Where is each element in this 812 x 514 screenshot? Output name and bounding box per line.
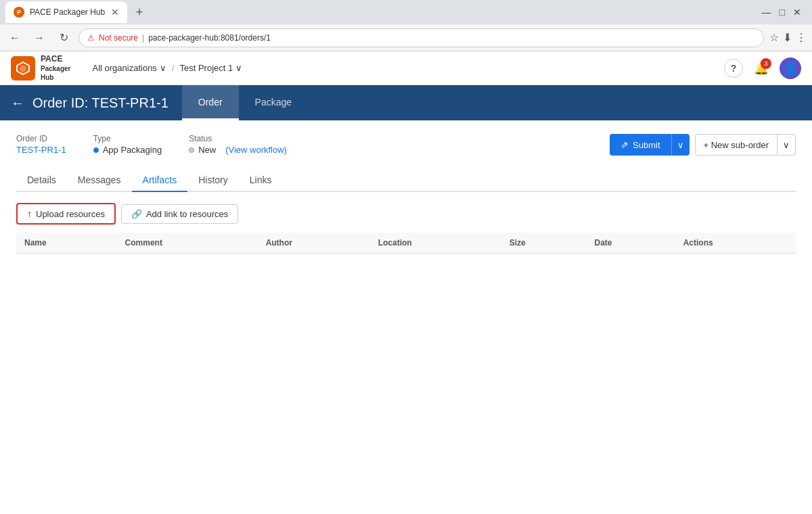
bookmark-icon[interactable]: ☆	[769, 31, 779, 44]
artifacts-toolbar: ↑ Upload resources 🔗 Add link to resourc…	[16, 203, 796, 225]
order-id-field: Order ID TEST-PR1-1	[16, 134, 66, 155]
tab-history[interactable]: History	[187, 169, 239, 192]
tab-links[interactable]: Links	[239, 169, 283, 192]
upload-resources-label: Upload resources	[36, 209, 105, 219]
type-label: Type	[93, 134, 162, 143]
tab-close-icon[interactable]: ✕	[111, 7, 119, 18]
app-nav: All organizations ∨ / Test Project 1 ∨	[92, 63, 242, 73]
browser-tab[interactable]: P PACE Packager Hub ✕	[5, 1, 127, 23]
col-location: Location	[370, 233, 501, 254]
nav-separator: /	[172, 63, 175, 73]
order-id-value: TEST-PR1-1	[16, 145, 66, 155]
order-meta: Order ID TEST-PR1-1 Type App Packaging S…	[16, 134, 796, 156]
notification-button[interactable]: 🔔 3	[754, 61, 769, 76]
tab-details[interactable]: Details	[16, 169, 67, 192]
logo-text: PACE Packager Hub	[41, 54, 70, 83]
org-selector[interactable]: All organizations ∨	[92, 63, 166, 73]
app-logo: PACE Packager Hub	[11, 54, 70, 83]
upload-resources-button[interactable]: ↑ Upload resources	[16, 203, 116, 225]
status-dot	[189, 147, 194, 153]
app-content: PACE Packager Hub All organizations ∨ / …	[0, 51, 812, 514]
tab-title: PACE Packager Hub	[30, 7, 106, 17]
tab-favicon: P	[14, 7, 24, 18]
new-suborder-label: + New sub-order	[704, 140, 769, 150]
submit-dropdown-arrow[interactable]: ∨	[671, 134, 690, 156]
col-actions: Actions	[675, 233, 796, 254]
project-selector[interactable]: Test Project 1 ∨	[180, 63, 243, 73]
content-tabs: Details Messages Artifacts History Links	[16, 169, 796, 192]
order-id-label: Order ID	[16, 134, 66, 143]
help-button[interactable]: ?	[724, 59, 743, 78]
order-actions: ⇗ Submit ∨ + New sub-order ∨	[610, 134, 796, 156]
svg-marker-1	[20, 65, 26, 72]
refresh-button[interactable]: ↻	[54, 28, 73, 47]
page-back-button[interactable]: ←	[11, 95, 24, 111]
page-header: ← Order ID: TEST-PR1-1 Order Package	[0, 85, 812, 120]
close-icon[interactable]: ✕	[793, 7, 801, 18]
submit-label: Submit	[633, 140, 660, 150]
add-link-icon: 🔗	[131, 209, 142, 219]
new-suborder-dropdown-arrow[interactable]: ∨	[777, 135, 795, 155]
submit-icon: ⇗	[621, 139, 629, 150]
app-header-actions: ? 🔔 3 👤	[724, 57, 801, 79]
new-tab-button[interactable]: +	[130, 3, 149, 22]
main-content: Order ID TEST-PR1-1 Type App Packaging S…	[0, 120, 812, 514]
new-suborder-main: + New sub-order	[696, 135, 777, 155]
browser-toolbar: ← → ↻ ⚠ Not secure | pace-packager-hub:8…	[0, 24, 812, 51]
col-author: Author	[258, 233, 370, 254]
status-indicator: New (View workflow)	[189, 145, 287, 155]
submit-btn-main: ⇗ Submit	[610, 134, 671, 156]
status-label: Status	[189, 134, 287, 143]
artifacts-table: Name Comment Author Location Size Date A…	[16, 233, 796, 254]
forward-button[interactable]: →	[30, 28, 49, 47]
add-link-button[interactable]: 🔗 Add link to resources	[121, 204, 238, 224]
type-value: App Packaging	[103, 145, 162, 155]
add-link-label: Add link to resources	[146, 209, 228, 219]
view-workflow-link[interactable]: (View workflow)	[225, 145, 287, 155]
upload-icon: ↑	[27, 208, 32, 219]
url-text: pace-packager-hub:8081/orders/1	[148, 33, 271, 43]
minimize-icon[interactable]: —	[762, 7, 771, 18]
new-suborder-button[interactable]: + New sub-order ∨	[695, 134, 796, 156]
address-bar[interactable]: ⚠ Not secure | pace-packager-hub:8081/or…	[78, 28, 764, 47]
user-avatar[interactable]: 👤	[780, 57, 801, 79]
type-indicator: App Packaging	[93, 145, 162, 155]
col-name: Name	[16, 233, 117, 254]
status-value: New	[198, 145, 216, 155]
status-field: Status New (View workflow)	[189, 134, 287, 155]
col-size: Size	[501, 233, 587, 254]
maximize-icon[interactable]: □	[780, 7, 785, 18]
tab-messages[interactable]: Messages	[67, 169, 132, 192]
window-controls: — □ ✕	[762, 7, 807, 18]
browser-title-bar: P PACE Packager Hub ✕ + — □ ✕	[0, 0, 812, 24]
security-icon: ⚠	[87, 33, 95, 43]
tab-package[interactable]: Package	[239, 85, 308, 120]
type-field: Type App Packaging	[93, 134, 162, 155]
type-dot	[93, 147, 99, 153]
menu-icon[interactable]: ⋮	[796, 31, 807, 44]
toolbar-actions: ☆ ⬇ ⋮	[769, 31, 807, 44]
tab-artifacts[interactable]: Artifacts	[132, 169, 188, 192]
col-comment: Comment	[117, 233, 258, 254]
download-icon[interactable]: ⬇	[783, 31, 792, 44]
col-date: Date	[587, 233, 675, 254]
logo-icon	[11, 56, 35, 80]
browser-frame: P PACE Packager Hub ✕ + — □ ✕ ← → ↻ ⚠ No…	[0, 0, 812, 514]
notification-badge: 3	[761, 58, 771, 69]
back-button[interactable]: ←	[5, 28, 24, 47]
page-title: Order ID: TEST-PR1-1	[32, 95, 168, 111]
submit-button[interactable]: ⇗ Submit ∨	[610, 134, 689, 156]
tab-order[interactable]: Order	[182, 85, 239, 120]
security-label: Not secure	[99, 33, 138, 43]
page-tabs: Order Package	[182, 85, 308, 120]
app-header: PACE Packager Hub All organizations ∨ / …	[0, 51, 812, 85]
